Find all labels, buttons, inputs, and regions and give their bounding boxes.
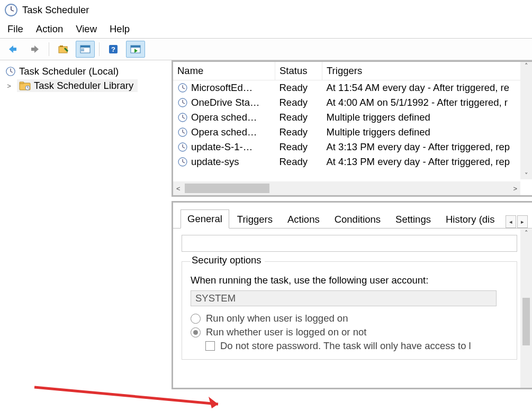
details-tabstrip: General Triggers Actions Conditions Sett… bbox=[173, 203, 532, 229]
titlebar: Task Scheduler bbox=[0, 0, 532, 21]
radio-icon bbox=[191, 327, 201, 337]
scroll-down-icon[interactable]: ˅ bbox=[525, 171, 528, 179]
task-name: Opera sched… bbox=[191, 126, 257, 138]
table-row[interactable]: OneDrive Sta…ReadyAt 4:00 AM on 5/1/1992… bbox=[173, 95, 532, 110]
radio-run-logged-on-or-not[interactable]: Run whether user is logged on or not bbox=[191, 326, 508, 338]
svg-rect-10 bbox=[81, 50, 84, 51]
menu-help[interactable]: Help bbox=[110, 23, 130, 35]
general-tab-body: Security options When running the task, … bbox=[173, 235, 532, 389]
scroll-left-icon[interactable]: < bbox=[176, 185, 181, 193]
window-title: Task Scheduler bbox=[22, 4, 89, 16]
toolbar: ? bbox=[0, 38, 532, 60]
task-icon bbox=[177, 83, 188, 93]
toolbar-properties-button[interactable] bbox=[53, 41, 73, 58]
radio-run-logged-on[interactable]: Run only when user is logged on bbox=[191, 313, 508, 324]
column-header-name[interactable]: Name bbox=[173, 62, 275, 80]
navigation-pane: Task Scheduler (Local) > Task Scheduler … bbox=[0, 60, 168, 403]
toolbar-help-button[interactable]: ? bbox=[104, 41, 123, 58]
svg-rect-19 bbox=[20, 82, 24, 84]
task-icon bbox=[177, 112, 188, 123]
tab-conditions[interactable]: Conditions bbox=[328, 210, 387, 229]
task-trigger: Multiple triggers defined bbox=[322, 110, 532, 125]
task-trigger: At 4:00 AM on 5/1/1992 - After triggered… bbox=[322, 95, 532, 110]
task-status: Ready bbox=[275, 140, 322, 154]
tab-settings[interactable]: Settings bbox=[389, 210, 438, 229]
menubar: File Action View Help bbox=[0, 21, 532, 38]
task-status: Ready bbox=[275, 80, 322, 96]
column-header-status[interactable]: Status bbox=[275, 62, 322, 80]
svg-rect-9 bbox=[81, 49, 84, 50]
security-account-prompt: When running the task, use the following… bbox=[191, 275, 508, 286]
tab-history[interactable]: History (dis bbox=[439, 210, 502, 229]
tree-expand-icon[interactable]: > bbox=[3, 82, 15, 90]
tree-root[interactable]: Task Scheduler (Local) bbox=[3, 65, 166, 78]
app-icon bbox=[4, 3, 18, 17]
toolbar-run-button[interactable] bbox=[126, 41, 145, 58]
scroll-right-icon[interactable]: > bbox=[513, 185, 517, 193]
task-name-field[interactable] bbox=[182, 235, 517, 252]
task-list-horizontal-scrollbar[interactable]: < > bbox=[173, 181, 520, 195]
svg-rect-3 bbox=[12, 48, 16, 51]
svg-rect-6 bbox=[60, 45, 63, 47]
task-name: update-S-1-… bbox=[191, 141, 253, 153]
table-row[interactable]: MicrosoftEd…ReadyAt 11:54 AM every day -… bbox=[173, 80, 532, 96]
table-row[interactable]: update-S-1-…ReadyAt 3:13 PM every day - … bbox=[173, 140, 532, 154]
security-options-group: Security options When running the task, … bbox=[182, 261, 517, 360]
horizontal-splitter[interactable] bbox=[172, 197, 532, 201]
svg-rect-4 bbox=[31, 48, 35, 51]
toolbar-separator bbox=[49, 42, 49, 56]
task-trigger: At 3:13 PM every day - After triggered, … bbox=[322, 140, 532, 154]
tab-scroll-left[interactable]: ◂ bbox=[506, 215, 516, 228]
menu-view[interactable]: View bbox=[76, 23, 97, 35]
tab-scroll-right[interactable]: ▸ bbox=[517, 215, 528, 228]
task-icon bbox=[177, 97, 188, 108]
scroll-up-icon[interactable]: ˄ bbox=[525, 229, 528, 237]
table-row[interactable]: Opera sched…ReadyMultiple triggers defin… bbox=[173, 125, 532, 140]
menu-file[interactable]: File bbox=[7, 23, 23, 35]
checkbox-label: Do not store password. The task will onl… bbox=[220, 340, 471, 352]
task-icon bbox=[177, 127, 188, 138]
checkbox-icon bbox=[205, 341, 215, 351]
toolbar-separator bbox=[99, 42, 100, 56]
tab-general[interactable]: General bbox=[181, 209, 229, 229]
svg-text:?: ? bbox=[111, 45, 115, 53]
toolbar-show-hide-button[interactable] bbox=[76, 41, 95, 58]
tree-root-label: Task Scheduler (Local) bbox=[19, 66, 119, 77]
radio-label: Run only when user is logged on bbox=[206, 313, 348, 324]
scroll-up-icon[interactable]: ˄ bbox=[525, 62, 528, 70]
nav-back-button[interactable] bbox=[3, 41, 22, 58]
task-status: Ready bbox=[275, 110, 322, 125]
library-folder-icon bbox=[19, 81, 31, 90]
column-header-triggers[interactable]: Triggers bbox=[322, 62, 532, 80]
task-list-vertical-scrollbar[interactable]: ˄ ˅ bbox=[520, 62, 532, 179]
security-options-legend: Security options bbox=[191, 254, 265, 266]
menu-action[interactable]: Action bbox=[36, 23, 63, 35]
task-name: update-sys bbox=[191, 156, 239, 168]
details-vertical-scrollbar[interactable]: ˄ bbox=[520, 229, 532, 388]
svg-rect-8 bbox=[80, 45, 90, 48]
scheduler-icon bbox=[5, 66, 16, 77]
security-account-field: SYSTEM bbox=[191, 290, 497, 306]
svg-rect-14 bbox=[131, 45, 140, 48]
workspace: Task Scheduler (Local) > Task Scheduler … bbox=[0, 60, 532, 403]
tab-actions[interactable]: Actions bbox=[281, 210, 327, 229]
tab-scroll-buttons: ◂ ▸ bbox=[506, 215, 528, 228]
tree-library-row[interactable]: > Task Scheduler Library bbox=[3, 79, 166, 92]
nav-forward-button[interactable] bbox=[25, 41, 44, 58]
radio-icon bbox=[191, 314, 201, 324]
tree-library-label: Task Scheduler Library bbox=[34, 80, 133, 92]
scroll-thumb[interactable] bbox=[522, 298, 530, 345]
task-name: OneDrive Sta… bbox=[191, 97, 260, 108]
scroll-thumb[interactable] bbox=[185, 184, 269, 193]
task-status: Ready bbox=[275, 95, 322, 110]
checkbox-do-not-store-password[interactable]: Do not store password. The task will onl… bbox=[205, 340, 508, 352]
task-name: Opera sched… bbox=[191, 112, 257, 123]
tab-triggers[interactable]: Triggers bbox=[230, 210, 279, 229]
table-row[interactable]: update-sysReadyAt 4:13 PM every day - Af… bbox=[173, 154, 532, 169]
task-table: Name Status Triggers MicrosoftEd…ReadyAt… bbox=[173, 62, 532, 169]
radio-label: Run whether user is logged on or not bbox=[206, 326, 366, 338]
task-status: Ready bbox=[275, 154, 322, 169]
table-row[interactable]: Opera sched…ReadyMultiple triggers defin… bbox=[173, 110, 532, 125]
task-trigger: Multiple triggers defined bbox=[322, 125, 532, 140]
task-list-panel: Name Status Triggers MicrosoftEd…ReadyAt… bbox=[172, 60, 532, 197]
